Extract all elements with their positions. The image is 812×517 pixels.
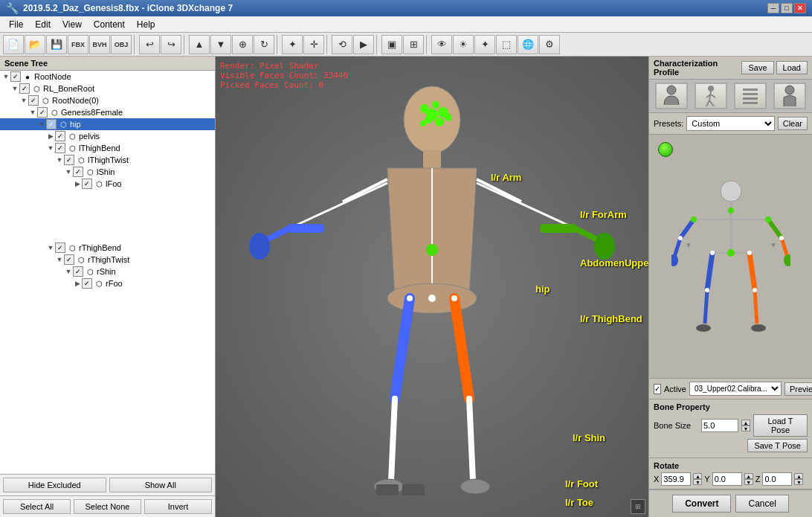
rotate-z-input[interactable] bbox=[762, 472, 792, 486]
tree-node-rootnode0[interactable]: ▼ ✓ ⬡ RootNode(0) bbox=[0, 94, 215, 106]
tree-node-rshin[interactable]: ▼ ✓ ⬡ rShin bbox=[0, 266, 215, 277]
redo-button[interactable]: ↪ bbox=[161, 35, 181, 54]
move-up-button[interactable]: ▲ bbox=[189, 35, 210, 54]
tree-node-rfoo[interactable]: ▶ ✓ ⬡ rFoo bbox=[0, 277, 215, 289]
profile-icon-list[interactable] bbox=[734, 83, 767, 109]
menu-file[interactable]: File bbox=[3, 18, 29, 31]
tree-arrow-genesis[interactable]: ▼ bbox=[28, 109, 37, 116]
grid-button[interactable]: ⊞ bbox=[403, 35, 424, 54]
load-t-pose-button[interactable]: Load T Pose bbox=[753, 414, 808, 437]
profile-load-button[interactable]: Load bbox=[776, 61, 808, 74]
tree-check-hip[interactable]: ✓ bbox=[46, 119, 57, 129]
rot-z-up[interactable]: ▲ bbox=[794, 473, 803, 479]
viewport-3d[interactable]: Render: Pixel Shader Visible Faces Count… bbox=[216, 57, 648, 517]
tree-arrow-rthighbend[interactable]: ▼ bbox=[46, 244, 55, 251]
rot-y-up[interactable]: ▲ bbox=[744, 473, 753, 479]
tree-node-lfoo[interactable]: ▶ ✓ ⬡ lFoo bbox=[0, 178, 215, 190]
cancel-button[interactable]: Cancel bbox=[735, 495, 788, 513]
fbx-button[interactable]: FBX bbox=[68, 35, 88, 54]
world-button[interactable]: 🌐 bbox=[518, 35, 538, 54]
invert-button[interactable]: Invert bbox=[144, 499, 212, 514]
tree-arrow-rootnode[interactable]: ▼ bbox=[1, 73, 10, 80]
menu-edit[interactable]: Edit bbox=[29, 18, 57, 31]
viewport[interactable]: Render: Pixel Shader Visible Faces Count… bbox=[216, 57, 648, 517]
render-button[interactable]: ✦ bbox=[474, 35, 495, 54]
profile-save-button[interactable]: Save bbox=[741, 61, 773, 74]
tree-node-lthighbend[interactable]: ▼ ✓ ⬡ lThighBend bbox=[0, 142, 215, 154]
tree-node-rootnode[interactable]: ▼ ✓ ● RootNode bbox=[0, 71, 215, 83]
tree-arrow-lthightwist[interactable]: ▼ bbox=[55, 156, 64, 164]
tree-arrow-lshin[interactable]: ▼ bbox=[64, 168, 73, 176]
calibration-select[interactable]: 03_Upper02 Calibra... bbox=[689, 382, 782, 396]
rotate-y-input[interactable] bbox=[712, 472, 742, 486]
rot-y-down[interactable]: ▼ bbox=[744, 479, 753, 485]
select-all-button[interactable]: Select All bbox=[3, 499, 71, 514]
close-button[interactable]: ✕ bbox=[794, 3, 806, 13]
bvh-button[interactable]: BVH bbox=[89, 35, 110, 54]
tree-arrow-rootnode0[interactable]: ▼ bbox=[19, 97, 28, 104]
light-button[interactable]: ☀ bbox=[453, 35, 474, 54]
obj-button[interactable]: OBJ bbox=[111, 35, 132, 54]
bone-size-input[interactable] bbox=[701, 419, 738, 432]
tree-check-lthighbend[interactable]: ✓ bbox=[55, 143, 65, 153]
move-down-button[interactable]: ▼ bbox=[210, 35, 231, 54]
view1-button[interactable]: 👁 bbox=[431, 35, 452, 54]
tree-check-rootnode[interactable]: ✓ bbox=[10, 71, 21, 82]
select-none-button[interactable]: Select None bbox=[74, 499, 141, 514]
hide-excluded-button[interactable]: Hide Excluded bbox=[3, 478, 106, 492]
tree-check-lshin[interactable]: ✓ bbox=[73, 167, 83, 177]
rot-x-up[interactable]: ▲ bbox=[693, 473, 702, 479]
tree-node-pelvis[interactable]: ▶ ✓ ⬡ pelvis bbox=[0, 130, 215, 142]
tree-check-rootnode0[interactable]: ✓ bbox=[28, 95, 39, 106]
show-all-button[interactable]: Show All bbox=[109, 478, 213, 492]
tree-arrow-rl-bone[interactable]: ▼ bbox=[10, 85, 19, 92]
tree-node-rthightwist[interactable]: ▼ ✓ ⬡ rThighTwist bbox=[0, 254, 215, 266]
tree-check-rthighbend[interactable]: ✓ bbox=[55, 243, 65, 253]
tree-check-rthightwist[interactable]: ✓ bbox=[64, 254, 74, 265]
tree-check-rfoo[interactable]: ✓ bbox=[82, 278, 92, 289]
bone-size-spinner[interactable]: ▲ ▼ bbox=[741, 420, 750, 431]
presets-select[interactable]: Custom bbox=[686, 116, 774, 131]
tree-check-genesis[interactable]: ✓ bbox=[37, 107, 48, 118]
save-t-pose-button[interactable]: Save T Pose bbox=[747, 439, 808, 452]
play-button[interactable]: ▶ bbox=[353, 35, 374, 54]
menu-view[interactable]: View bbox=[57, 18, 88, 31]
profile-icon-person2[interactable] bbox=[773, 83, 806, 109]
maximize-button[interactable]: □ bbox=[781, 3, 793, 13]
bone-size-down[interactable]: ▼ bbox=[741, 426, 750, 431]
menu-help[interactable]: Help bbox=[131, 18, 161, 31]
tree-node-lthightwist[interactable]: ▼ ✓ ⬡ lThighTwist bbox=[0, 154, 215, 166]
menu-content[interactable]: Content bbox=[88, 18, 131, 31]
tree-node-genesis[interactable]: ▼ ✓ ⬡ Genesis8Female bbox=[0, 106, 215, 118]
tree-scroll[interactable]: ▼ ✓ ● RootNode ▼ ✓ ⬡ RL_BoneRoot ▼ bbox=[0, 71, 215, 474]
tree-node-rthighbend[interactable]: ▼ ✓ ⬡ rThighBend bbox=[0, 242, 215, 254]
minimize-button[interactable]: ─ bbox=[767, 3, 779, 13]
floor-button[interactable]: ⬚ bbox=[496, 35, 517, 54]
rotate-tool-button[interactable]: ↻ bbox=[254, 35, 274, 54]
save-button[interactable]: 💾 bbox=[46, 35, 67, 54]
undo-button[interactable]: ↩ bbox=[139, 35, 160, 54]
bone-size-up[interactable]: ▲ bbox=[741, 420, 750, 426]
tree-check-rshin[interactable]: ✓ bbox=[73, 266, 83, 277]
select-button[interactable]: ✦ bbox=[282, 35, 303, 54]
tree-content[interactable]: ▼ ✓ ● RootNode ▼ ✓ ⬡ RL_BoneRoot ▼ bbox=[0, 71, 215, 474]
reset-button[interactable]: ⟲ bbox=[332, 35, 352, 54]
tree-node-hip[interactable]: ▼ ✓ ⬡ hip bbox=[0, 118, 215, 130]
rotate-x-spinner[interactable]: ▲ ▼ bbox=[693, 473, 702, 485]
rotate-y-spinner[interactable]: ▲ ▼ bbox=[744, 473, 753, 485]
tree-check-rl-bone[interactable]: ✓ bbox=[19, 83, 30, 94]
tree-check-lthightwist[interactable]: ✓ bbox=[64, 155, 74, 165]
tree-node-rl-bone[interactable]: ▼ ✓ ⬡ RL_BoneRoot bbox=[0, 83, 215, 94]
tree-arrow-pelvis[interactable]: ▶ bbox=[46, 132, 55, 140]
preview-button[interactable]: Preview bbox=[784, 382, 812, 396]
profile-icon-person[interactable] bbox=[655, 83, 688, 109]
tree-arrow-rfoo[interactable]: ▶ bbox=[73, 280, 82, 287]
tree-arrow-hip[interactable]: ▼ bbox=[37, 121, 46, 128]
move-button[interactable]: ✛ bbox=[303, 35, 324, 54]
rotate-z-spinner[interactable]: ▲ ▼ bbox=[794, 473, 803, 485]
frame-button[interactable]: ▣ bbox=[381, 35, 402, 54]
settings-button[interactable]: ⚙ bbox=[539, 35, 560, 54]
profile-icon-walk[interactable] bbox=[695, 83, 727, 109]
tree-check-lfoo[interactable]: ✓ bbox=[82, 179, 92, 189]
open-button[interactable]: 📂 bbox=[25, 35, 45, 54]
